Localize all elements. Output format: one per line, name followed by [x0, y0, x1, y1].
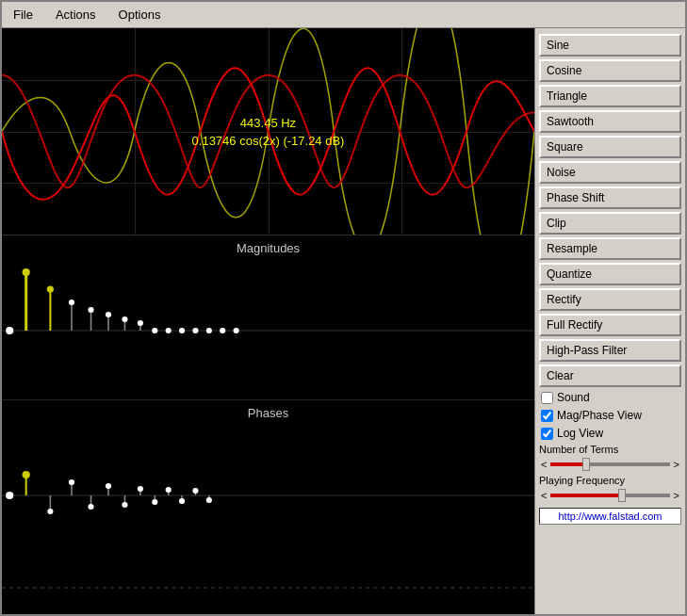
rectify-button[interactable]: Rectify [539, 288, 681, 311]
cosine-button[interactable]: Cosine [539, 59, 681, 82]
menu-file[interactable]: File [9, 6, 37, 24]
main-window: File Actions Options [0, 0, 687, 616]
menubar: File Actions Options [2, 2, 685, 28]
svg-point-45 [192, 488, 198, 494]
svg-point-47 [206, 497, 212, 503]
magnitudes-svg [2, 255, 534, 392]
svg-point-22 [6, 327, 13, 334]
high-pass-filter-button[interactable]: High-Pass Filter [539, 339, 681, 362]
playing-frequency-right-arrow[interactable]: > [672, 490, 681, 501]
svg-point-39 [152, 499, 157, 505]
mag-phase-label: Mag/Phase View [557, 409, 642, 422]
log-view-checkbox-row: Log View [539, 426, 681, 441]
magnitudes-section: Magnitudes [2, 235, 534, 400]
playing-frequency-left-arrow[interactable]: < [539, 490, 548, 501]
svg-point-43 [179, 498, 185, 504]
quantize-button[interactable]: Quantize [539, 263, 681, 285]
square-button[interactable]: Square [539, 136, 681, 158]
svg-point-4 [47, 286, 54, 293]
full-rectify-button[interactable]: Full Rectify [539, 314, 681, 336]
svg-point-37 [138, 486, 143, 492]
svg-point-18 [192, 328, 198, 333]
sound-label: Sound [557, 391, 590, 404]
clear-button[interactable]: Clear [539, 365, 681, 387]
phases-svg [2, 420, 534, 571]
sawtooth-button[interactable]: Sawtooth [539, 110, 681, 133]
waveform-svg [2, 28, 534, 235]
svg-point-31 [88, 504, 93, 510]
svg-point-48 [6, 492, 13, 499]
log-view-label: Log View [557, 427, 603, 440]
number-of-terms-thumb[interactable] [582, 458, 590, 471]
svg-point-35 [122, 502, 127, 508]
resample-button[interactable]: Resample [539, 237, 681, 260]
dashes-svg [2, 574, 534, 602]
menu-actions[interactable]: Actions [52, 6, 100, 24]
svg-point-21 [234, 328, 239, 333]
number-of-terms-label: Number of Terms [539, 444, 681, 455]
playing-frequency-row: < > [539, 488, 681, 503]
svg-point-2 [23, 268, 30, 276]
svg-point-15 [152, 328, 157, 333]
svg-point-19 [206, 328, 212, 333]
magnitudes-label: Magnitudes [2, 235, 534, 255]
number-of-terms-right-arrow[interactable]: > [672, 459, 681, 470]
menu-options[interactable]: Options [115, 6, 165, 24]
triangle-button[interactable]: Triangle [539, 85, 681, 107]
noise-button[interactable]: Noise [539, 161, 681, 184]
canvas-area: 443.45 Hz 0.13746 cos(2x) (-17.24 dB) Ma… [2, 28, 534, 614]
phases-label: Phases [2, 400, 534, 420]
phases-section: Phases [2, 400, 534, 614]
phase-shift-button[interactable]: Phase Shift [539, 186, 681, 209]
svg-point-25 [23, 471, 30, 478]
number-of-terms-row: < > [539, 457, 681, 472]
svg-point-20 [220, 328, 225, 333]
mag-phase-checkbox[interactable] [541, 410, 553, 422]
svg-point-29 [69, 479, 74, 485]
number-of-terms-slider-container [550, 457, 669, 472]
sound-checkbox-row: Sound [539, 390, 681, 405]
playing-frequency-thumb[interactable] [618, 489, 626, 502]
svg-point-33 [106, 483, 111, 489]
playing-frequency-label: Playing Frequency [539, 475, 681, 486]
svg-point-14 [138, 320, 143, 326]
svg-point-16 [166, 328, 172, 333]
playing-frequency-fill [550, 494, 622, 497]
url-bar[interactable]: http://www.falstad.com [539, 508, 681, 525]
svg-point-8 [88, 307, 93, 313]
right-panel: Sine Cosine Triangle Sawtooth Square Noi… [534, 28, 685, 614]
svg-point-41 [166, 487, 172, 493]
svg-point-6 [69, 300, 74, 305]
number-of-terms-section: Number of Terms < > [539, 444, 681, 472]
playing-frequency-slider-container [550, 488, 669, 503]
svg-point-17 [179, 328, 185, 333]
log-view-checkbox[interactable] [541, 428, 553, 440]
number-of-terms-fill [550, 462, 586, 466]
main-area: 443.45 Hz 0.13746 cos(2x) (-17.24 dB) Ma… [2, 28, 685, 614]
sound-checkbox[interactable] [541, 392, 553, 404]
sine-button[interactable]: Sine [539, 34, 681, 57]
svg-point-10 [106, 312, 111, 317]
mag-phase-checkbox-row: Mag/Phase View [539, 408, 681, 423]
playing-frequency-section: Playing Frequency < > [539, 475, 681, 503]
svg-point-12 [122, 316, 127, 322]
waveform-section: 443.45 Hz 0.13746 cos(2x) (-17.24 dB) [2, 28, 534, 235]
number-of-terms-left-arrow[interactable]: < [539, 459, 548, 470]
clip-button[interactable]: Clip [539, 212, 681, 235]
svg-point-27 [47, 509, 53, 514]
